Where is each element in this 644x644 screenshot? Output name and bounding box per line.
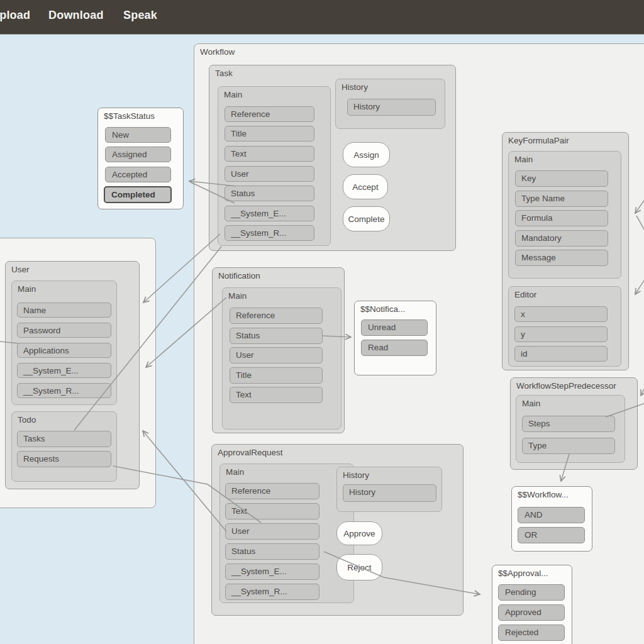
task-title: Task (215, 69, 233, 78)
wsp-field-steps[interactable]: Steps (522, 416, 615, 432)
kfp-main-label: Main (514, 155, 533, 164)
task-field-title[interactable]: Title (225, 126, 314, 142)
kfp-field-mandatory[interactable]: Mandatory (515, 230, 608, 247)
task-status-completed[interactable]: Completed (104, 186, 172, 203)
workflow-title: Workflow (200, 47, 235, 57)
notification-status-read[interactable]: Read (361, 340, 428, 356)
speak-menu-item[interactable]: Speak (123, 9, 157, 22)
notification-main-label: Main (228, 291, 247, 301)
workflow-type-and[interactable]: AND (518, 507, 585, 523)
workflow-type-title: $$Workflow... (518, 490, 569, 499)
app-window: Workflow Task Main Reference Title Text … (0, 0, 644, 644)
user-field-system-r[interactable]: __System_R... (17, 383, 111, 398)
notification-field-title[interactable]: Title (230, 367, 323, 384)
approval-field-text[interactable]: Text (225, 503, 319, 519)
notification-field-user[interactable]: User (230, 347, 323, 364)
upload-menu-item[interactable]: Upload (0, 9, 30, 22)
user-field-system-e[interactable]: __System_E... (17, 363, 111, 378)
notification-field-reference[interactable]: Reference (230, 308, 323, 324)
task-field-reference[interactable]: Reference (225, 106, 314, 122)
user-field-requests[interactable]: Requests (17, 451, 111, 467)
toolbar: Upload Download Speak (0, 0, 644, 35)
notification-status-unread[interactable]: Unread (361, 319, 428, 336)
task-status-new[interactable]: New (105, 127, 171, 143)
task-field-history[interactable]: History (347, 99, 436, 116)
notification-status-title: $$Notifica... (360, 304, 405, 314)
approval-history-label: History (343, 470, 369, 480)
kfp-field-message[interactable]: Message (515, 250, 608, 266)
user-title: User (11, 265, 30, 274)
approval-request-title: ApprovalRequest (218, 448, 283, 457)
wsp-title: WorkflowStepPredecessor (516, 381, 616, 391)
key-formula-pair-title: KeyFormulaPair (508, 136, 569, 145)
task-status-accepted[interactable]: Accepted (105, 167, 171, 182)
assign-button[interactable]: Assign (343, 142, 390, 167)
kfp-field-id[interactable]: id (514, 346, 608, 362)
approval-status-approved[interactable]: Approved (498, 604, 565, 621)
approval-status-title: $$Approval... (498, 569, 548, 578)
workflow-type-or[interactable]: OR (518, 527, 585, 543)
approval-status-pending[interactable]: Pending (498, 584, 565, 601)
kfp-field-key[interactable]: Key (515, 170, 608, 187)
task-field-system-r[interactable]: __System_R... (225, 225, 314, 241)
task-field-system-e[interactable]: __System_E... (225, 206, 314, 221)
task-status-title: $$TaskStatus (104, 111, 155, 121)
reject-button[interactable]: Reject (336, 554, 382, 580)
kfp-field-formula[interactable]: Formula (515, 210, 608, 226)
task-history-label: History (341, 82, 368, 92)
task-main-label: Main (224, 90, 242, 99)
user-todo-label: Todo (18, 415, 36, 425)
approval-field-system-e[interactable]: __System_E... (225, 564, 319, 580)
approval-request-main-label: Main (226, 467, 244, 477)
user-field-password[interactable]: Password (17, 323, 111, 338)
wsp-main-label: Main (522, 399, 540, 408)
approval-status-rejected[interactable]: Rejected (498, 625, 565, 641)
complete-button[interactable]: Complete (343, 206, 390, 231)
notification-title: Notification (218, 271, 260, 280)
approval-field-system-r[interactable]: __System_R... (225, 584, 319, 600)
download-menu-item[interactable]: Download (48, 9, 104, 22)
user-field-name[interactable]: Name (17, 303, 111, 318)
approve-button[interactable]: Approve (336, 521, 382, 545)
kfp-field-type-name[interactable]: Type Name (515, 191, 608, 207)
kfp-editor-label: Editor (514, 290, 536, 299)
approval-field-user[interactable]: User (225, 523, 319, 540)
task-field-status[interactable]: Status (225, 186, 314, 201)
approval-field-history[interactable]: History (343, 484, 436, 502)
task-field-text[interactable]: Text (225, 146, 314, 162)
kfp-field-y[interactable]: y (514, 326, 608, 342)
task-status-assigned[interactable]: Assigned (105, 147, 171, 162)
accept-button[interactable]: Accept (343, 174, 388, 199)
approval-field-status[interactable]: Status (225, 543, 319, 560)
notification-field-text[interactable]: Text (230, 387, 323, 403)
kfp-field-x[interactable]: x (514, 306, 608, 322)
notification-field-status[interactable]: Status (230, 328, 323, 344)
approval-field-reference[interactable]: Reference (225, 483, 319, 499)
task-field-user[interactable]: User (225, 166, 314, 182)
user-main-label: Main (18, 284, 36, 294)
enum-notification-status[interactable]: $$Notifica... (354, 301, 436, 375)
user-field-applications[interactable]: Applications (17, 343, 111, 358)
user-field-tasks[interactable]: Tasks (17, 431, 111, 447)
wsp-field-type[interactable]: Type (522, 438, 615, 454)
